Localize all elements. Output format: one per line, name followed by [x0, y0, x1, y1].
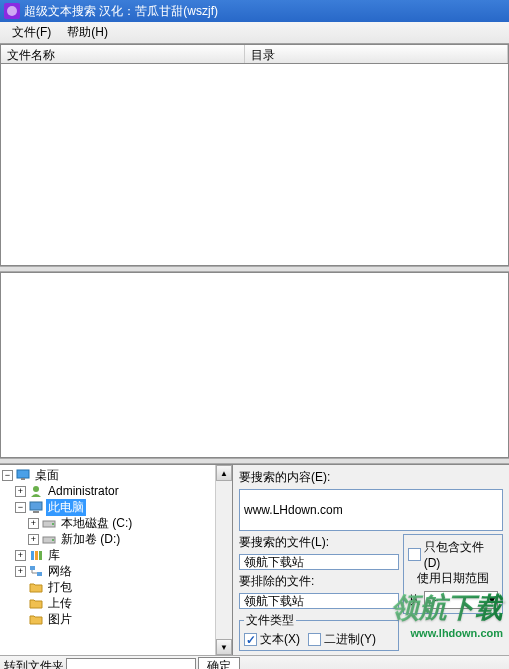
expand-icon[interactable]: − [2, 470, 13, 481]
tree-label: 打包 [46, 579, 74, 596]
results-body[interactable] [0, 64, 509, 266]
exclude-input[interactable] [239, 593, 399, 609]
tree-library[interactable]: + 库 [2, 547, 230, 563]
drive-icon [41, 516, 57, 530]
svg-point-0 [7, 6, 17, 16]
filetype-binary-label: 二进制(Y) [324, 631, 376, 648]
from-label: 从 [408, 592, 420, 609]
folder-tree[interactable]: − 桌面 + Administrator − 此电脑 + 本地磁盘 (C:) [0, 465, 233, 655]
date-value: - - [427, 593, 438, 607]
from-date-select[interactable]: - - ▾ [424, 591, 498, 609]
tree-label: 图片 [46, 611, 74, 628]
results-header: 文件名称 目录 [0, 44, 509, 64]
expand-icon[interactable]: + [15, 566, 26, 577]
checkbox-icon[interactable] [408, 548, 421, 561]
tree-pc[interactable]: − 此电脑 [2, 499, 230, 515]
preview-pane[interactable] [0, 272, 509, 458]
checkbox-icon[interactable] [308, 633, 321, 646]
content-input[interactable] [239, 489, 503, 531]
menu-file[interactable]: 文件(F) [4, 22, 59, 43]
tree-label: 此电脑 [46, 499, 86, 516]
filetype-legend: 文件类型 [244, 612, 296, 629]
scroll-up-icon[interactable]: ▲ [216, 465, 232, 481]
expand-icon[interactable]: − [15, 502, 26, 513]
tree-label: 桌面 [33, 467, 61, 484]
tree-network[interactable]: + 网络 [2, 563, 230, 579]
col-directory[interactable]: 目录 [245, 45, 508, 63]
computer-icon [28, 500, 44, 514]
filetype-binary-check[interactable]: 二进制(Y) [308, 631, 376, 648]
tree-label: 库 [46, 547, 62, 564]
goto-folder-input[interactable] [66, 658, 196, 670]
svg-rect-14 [37, 572, 42, 576]
folder-icon [28, 596, 44, 610]
tree-pack[interactable]: 打包 [2, 579, 230, 595]
tree-label: 新加卷 (D:) [59, 531, 122, 548]
svg-point-9 [52, 539, 54, 541]
tree-pictures[interactable]: 图片 [2, 611, 230, 627]
files-label: 要搜索的文件(L): [239, 534, 399, 551]
filetype-text-check[interactable]: ✓ 文本(X) [244, 631, 300, 648]
tree-admin[interactable]: + Administrator [2, 483, 230, 499]
date-fieldset: 只包含文件(D) 使用日期范围 从 - - ▾ [403, 534, 503, 614]
menubar: 文件(F) 帮助(H) [0, 22, 509, 44]
desktop-icon [15, 468, 31, 482]
library-icon [28, 548, 44, 562]
scroll-down-icon[interactable]: ▼ [216, 639, 232, 655]
filetype-text-label: 文本(X) [260, 631, 300, 648]
goto-folder-label: 转到文件夹 [4, 658, 64, 669]
svg-rect-2 [21, 478, 25, 480]
expand-icon[interactable]: + [28, 518, 39, 529]
tree-desktop[interactable]: − 桌面 [2, 467, 230, 483]
search-form: 要搜索的内容(E): 要搜索的文件(L): 要排除的文件: 文件类型 ✓ 文本(… [233, 465, 509, 655]
titlebar: 超级文本搜索 汉化：苦瓜甘甜(wszjf) [0, 0, 509, 22]
exclude-label: 要排除的文件: [239, 573, 399, 590]
dropdown-icon: ▾ [489, 593, 495, 607]
svg-point-3 [33, 486, 39, 492]
user-icon [28, 484, 44, 498]
only-files-label: 只包含文件(D) [424, 539, 498, 570]
svg-rect-4 [30, 502, 42, 510]
tree-label: Administrator [46, 484, 121, 498]
tree-localdisk[interactable]: + 本地磁盘 (C:) [2, 515, 230, 531]
daterange-label: 使用日期范围 [408, 570, 498, 587]
checkbox-icon[interactable]: ✓ [244, 633, 257, 646]
files-input[interactable] [239, 554, 399, 570]
menu-help[interactable]: 帮助(H) [59, 22, 116, 43]
expand-icon[interactable]: + [15, 550, 26, 561]
folder-icon [28, 580, 44, 594]
svg-rect-11 [35, 551, 38, 560]
drive-icon [41, 532, 57, 546]
svg-rect-1 [17, 470, 29, 478]
tree-label: 网络 [46, 563, 74, 580]
statusbar: 转到文件夹 确定 [0, 655, 509, 669]
tree-scrollbar[interactable]: ▲ ▼ [215, 465, 232, 655]
tree-upload[interactable]: 上传 [2, 595, 230, 611]
bottom-panel: − 桌面 + Administrator − 此电脑 + 本地磁盘 (C:) [0, 464, 509, 655]
window-title: 超级文本搜索 汉化：苦瓜甘甜(wszjf) [24, 3, 505, 20]
col-filename[interactable]: 文件名称 [1, 45, 245, 63]
expand-icon[interactable]: + [28, 534, 39, 545]
tree-label: 本地磁盘 (C:) [59, 515, 134, 532]
svg-rect-5 [33, 511, 39, 513]
tree-newvol[interactable]: + 新加卷 (D:) [2, 531, 230, 547]
svg-rect-10 [31, 551, 34, 560]
network-icon [28, 564, 44, 578]
only-files-check[interactable]: 只包含文件(D) [408, 539, 498, 570]
svg-point-7 [52, 523, 54, 525]
folder-icon [28, 612, 44, 626]
app-icon [4, 3, 20, 19]
svg-rect-13 [30, 566, 35, 570]
filetype-fieldset: 文件类型 ✓ 文本(X) 二进制(Y) [239, 612, 399, 651]
expand-icon[interactable]: + [15, 486, 26, 497]
tree-label: 上传 [46, 595, 74, 612]
svg-rect-12 [39, 551, 42, 560]
content-label: 要搜索的内容(E): [239, 469, 503, 486]
confirm-button[interactable]: 确定 [198, 657, 240, 670]
